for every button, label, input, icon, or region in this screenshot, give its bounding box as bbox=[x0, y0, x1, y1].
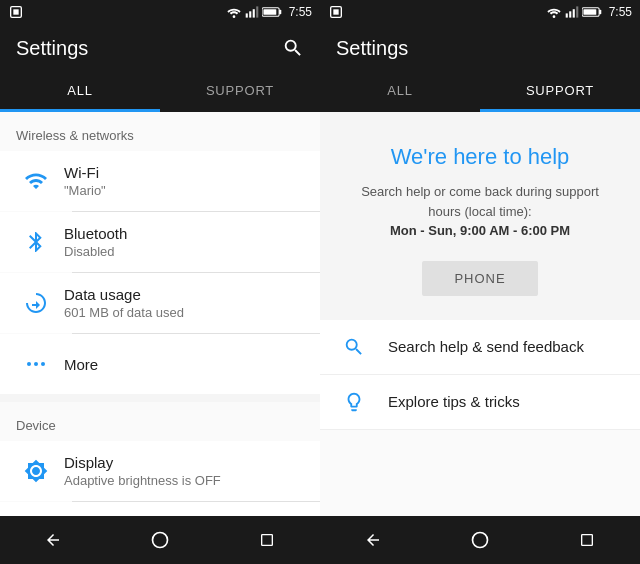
svg-rect-3 bbox=[245, 13, 247, 17]
svg-rect-19 bbox=[569, 11, 571, 17]
settings-item-wifi[interactable]: Wi-Fi "Mario" bbox=[0, 151, 320, 211]
settings-item-data-usage[interactable]: Data usage 601 MB of data used bbox=[0, 273, 320, 333]
bluetooth-title: Bluetooth bbox=[64, 225, 304, 242]
left-panel: 7:55 Settings ALL SUPPORT Wireless & net… bbox=[0, 0, 320, 564]
left-status-icons: 7:55 bbox=[226, 5, 312, 19]
left-app-title: Settings bbox=[16, 37, 88, 60]
settings-item-more[interactable]: More bbox=[0, 334, 320, 394]
data-usage-text: Data usage 601 MB of data used bbox=[64, 286, 304, 320]
tips-icon bbox=[336, 391, 372, 413]
tab-support-left[interactable]: SUPPORT bbox=[160, 72, 320, 112]
home-button-right[interactable] bbox=[460, 520, 500, 560]
data-usage-title: Data usage bbox=[64, 286, 304, 303]
svg-point-17 bbox=[552, 15, 555, 18]
settings-item-bluetooth[interactable]: Bluetooth Disabled bbox=[0, 212, 320, 272]
svg-rect-26 bbox=[581, 535, 592, 546]
battery-icon-right bbox=[582, 6, 602, 18]
support-item-tips[interactable]: Explore tips & tricks bbox=[320, 375, 640, 430]
bluetooth-icon bbox=[16, 230, 56, 254]
left-content: Wireless & networks Wi-Fi "Mario" Blu bbox=[0, 112, 320, 516]
back-button-right[interactable] bbox=[353, 520, 393, 560]
search-help-icon bbox=[336, 336, 372, 358]
svg-rect-18 bbox=[565, 13, 567, 17]
right-tab-bar: ALL SUPPORT bbox=[320, 72, 640, 112]
right-panel: 7:55 Settings ALL SUPPORT We're here to … bbox=[320, 0, 640, 564]
svg-rect-20 bbox=[572, 9, 574, 17]
svg-rect-14 bbox=[261, 535, 272, 546]
right-app-bar: Settings bbox=[320, 24, 640, 72]
phone-button[interactable]: PHONE bbox=[422, 261, 537, 296]
left-tab-bar: ALL SUPPORT bbox=[0, 72, 320, 112]
left-status-bar: 7:55 bbox=[0, 0, 320, 24]
svg-rect-23 bbox=[599, 10, 601, 14]
left-status-left bbox=[8, 4, 24, 20]
section-header-device: Device bbox=[0, 402, 320, 441]
data-usage-icon bbox=[16, 291, 56, 315]
right-status-icons: 7:55 bbox=[546, 5, 632, 19]
wifi-status-icon-right bbox=[546, 6, 562, 18]
wifi-status-icon bbox=[226, 6, 242, 18]
wifi-subtitle: "Mario" bbox=[64, 183, 304, 198]
settings-item-notifications[interactable]: Notifications All apps allowed to send bbox=[0, 502, 320, 516]
search-help-label: Search help & send feedback bbox=[388, 338, 584, 355]
svg-rect-4 bbox=[249, 11, 251, 17]
right-app-title: Settings bbox=[336, 37, 408, 60]
tab-all-left[interactable]: ALL bbox=[0, 72, 160, 112]
tab-support-right[interactable]: SUPPORT bbox=[480, 72, 640, 112]
recents-button-left[interactable] bbox=[247, 520, 287, 560]
section-divider-device bbox=[0, 394, 320, 402]
tab-all-right[interactable]: ALL bbox=[320, 72, 480, 112]
svg-rect-1 bbox=[13, 9, 18, 14]
svg-rect-16 bbox=[333, 9, 338, 14]
right-status-bar: 7:55 bbox=[320, 0, 640, 24]
svg-point-25 bbox=[472, 533, 487, 548]
home-button-left[interactable] bbox=[140, 520, 180, 560]
svg-rect-5 bbox=[252, 9, 254, 17]
bluetooth-text: Bluetooth Disabled bbox=[64, 225, 304, 259]
right-status-left bbox=[328, 4, 344, 20]
signal-icon-right bbox=[565, 6, 579, 18]
recents-button-right[interactable] bbox=[567, 520, 607, 560]
display-text: Display Adaptive brightness is OFF bbox=[64, 454, 304, 488]
svg-rect-8 bbox=[279, 10, 281, 14]
svg-point-2 bbox=[232, 15, 235, 18]
search-icon[interactable] bbox=[282, 37, 304, 59]
left-app-bar: Settings bbox=[0, 24, 320, 72]
right-content: We're here to help Search help or come b… bbox=[320, 112, 640, 516]
display-subtitle: Adaptive brightness is OFF bbox=[64, 473, 304, 488]
svg-point-13 bbox=[152, 533, 167, 548]
svg-rect-9 bbox=[263, 9, 276, 15]
bluetooth-subtitle: Disabled bbox=[64, 244, 304, 259]
hero-description: Search help or come back during support … bbox=[344, 182, 616, 241]
tips-label: Explore tips & tricks bbox=[388, 393, 520, 410]
settings-item-display[interactable]: Display Adaptive brightness is OFF bbox=[0, 441, 320, 501]
svg-rect-24 bbox=[583, 9, 596, 15]
wifi-icon bbox=[16, 169, 56, 193]
screenshot-icon-right bbox=[328, 4, 344, 20]
signal-icon bbox=[245, 6, 259, 18]
support-item-search[interactable]: Search help & send feedback bbox=[320, 320, 640, 375]
right-time: 7:55 bbox=[609, 5, 632, 19]
data-usage-subtitle: 601 MB of data used bbox=[64, 305, 304, 320]
svg-point-11 bbox=[34, 362, 38, 366]
back-button-left[interactable] bbox=[33, 520, 73, 560]
wifi-title: Wi-Fi bbox=[64, 164, 304, 181]
hero-title: We're here to help bbox=[391, 144, 570, 170]
more-icon bbox=[16, 352, 56, 376]
svg-point-10 bbox=[27, 362, 31, 366]
display-icon bbox=[16, 459, 56, 483]
more-text: More bbox=[64, 356, 304, 373]
svg-point-12 bbox=[41, 362, 45, 366]
left-time: 7:55 bbox=[289, 5, 312, 19]
screenshot-icon bbox=[8, 4, 24, 20]
right-nav-bar bbox=[320, 516, 640, 564]
more-title: More bbox=[64, 356, 304, 373]
svg-rect-21 bbox=[576, 6, 578, 17]
wifi-text: Wi-Fi "Mario" bbox=[64, 164, 304, 198]
left-nav-bar bbox=[0, 516, 320, 564]
display-title: Display bbox=[64, 454, 304, 471]
battery-icon bbox=[262, 6, 282, 18]
support-hero: We're here to help Search help or come b… bbox=[320, 112, 640, 320]
svg-rect-6 bbox=[256, 6, 258, 17]
section-header-wireless: Wireless & networks bbox=[0, 112, 320, 151]
